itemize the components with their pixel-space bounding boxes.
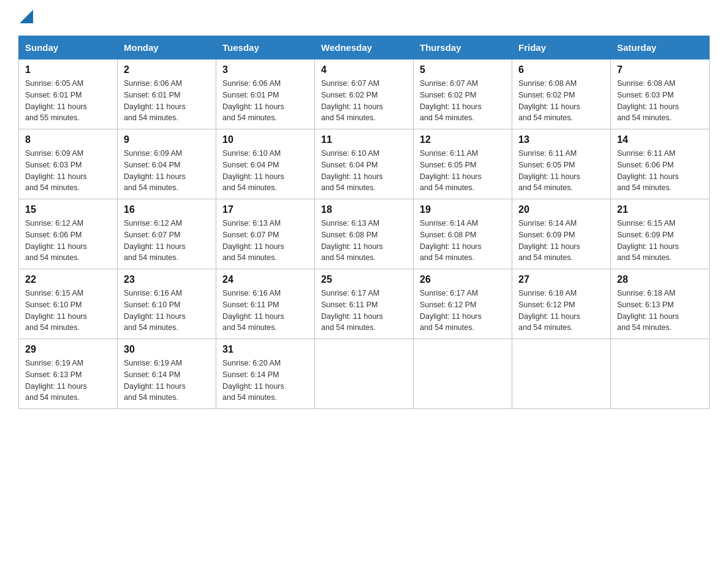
day-info: Sunrise: 6:06 AMSunset: 6:01 PMDaylight:… [124,79,186,122]
day-info: Sunrise: 6:19 AMSunset: 6:13 PMDaylight:… [25,359,87,402]
day-number: 12 [420,134,506,145]
day-number: 21 [617,204,703,215]
day-number: 9 [124,134,210,145]
day-cell: 25 Sunrise: 6:17 AMSunset: 6:11 PMDaylig… [315,269,414,339]
day-cell: 14 Sunrise: 6:11 AMSunset: 6:06 PMDaylig… [611,129,710,199]
day-cell: 18 Sunrise: 6:13 AMSunset: 6:08 PMDaylig… [315,199,414,269]
day-cell: 3 Sunrise: 6:06 AMSunset: 6:01 PMDayligh… [216,59,315,129]
day-info: Sunrise: 6:11 AMSunset: 6:05 PMDaylight:… [420,149,482,192]
day-cell: 22 Sunrise: 6:15 AMSunset: 6:10 PMDaylig… [19,269,118,339]
day-info: Sunrise: 6:09 AMSunset: 6:04 PMDaylight:… [124,149,186,192]
day-cell: 7 Sunrise: 6:08 AMSunset: 6:03 PMDayligh… [611,59,710,129]
day-number: 28 [617,274,703,285]
header-friday: Friday [512,36,611,59]
day-cell: 1 Sunrise: 6:05 AMSunset: 6:01 PMDayligh… [19,59,118,129]
week-row-5: 29 Sunrise: 6:19 AMSunset: 6:13 PMDaylig… [19,339,710,409]
calendar-header-row: SundayMondayTuesdayWednesdayThursdayFrid… [19,36,710,59]
day-cell: 2 Sunrise: 6:06 AMSunset: 6:01 PMDayligh… [118,59,216,129]
day-cell: 16 Sunrise: 6:12 AMSunset: 6:07 PMDaylig… [118,199,216,269]
day-number: 20 [518,204,604,215]
day-number: 27 [518,274,604,285]
day-number: 23 [124,274,210,285]
day-info: Sunrise: 6:17 AMSunset: 6:12 PMDaylight:… [420,289,482,332]
day-info: Sunrise: 6:15 AMSunset: 6:09 PMDaylight:… [617,219,679,262]
day-cell [315,339,414,409]
week-row-4: 22 Sunrise: 6:15 AMSunset: 6:10 PMDaylig… [19,269,710,339]
day-info: Sunrise: 6:12 AMSunset: 6:06 PMDaylight:… [25,219,87,262]
day-info: Sunrise: 6:17 AMSunset: 6:11 PMDaylight:… [321,289,383,332]
day-cell: 20 Sunrise: 6:14 AMSunset: 6:09 PMDaylig… [512,199,611,269]
day-info: Sunrise: 6:20 AMSunset: 6:14 PMDaylight:… [222,359,284,402]
day-cell [611,339,710,409]
day-number: 15 [25,204,111,215]
day-info: Sunrise: 6:13 AMSunset: 6:08 PMDaylight:… [321,219,383,262]
day-cell: 28 Sunrise: 6:18 AMSunset: 6:13 PMDaylig… [611,269,710,339]
day-info: Sunrise: 6:16 AMSunset: 6:11 PMDaylight:… [222,289,284,332]
day-number: 19 [420,204,506,215]
day-cell [512,339,611,409]
day-number: 13 [518,134,604,145]
day-cell: 30 Sunrise: 6:19 AMSunset: 6:14 PMDaylig… [118,339,216,409]
day-cell: 27 Sunrise: 6:18 AMSunset: 6:12 PMDaylig… [512,269,611,339]
day-info: Sunrise: 6:16 AMSunset: 6:10 PMDaylight:… [124,289,186,332]
day-number: 4 [321,64,407,75]
day-cell: 21 Sunrise: 6:15 AMSunset: 6:09 PMDaylig… [611,199,710,269]
day-cell [414,339,512,409]
week-row-3: 15 Sunrise: 6:12 AMSunset: 6:06 PMDaylig… [19,199,710,269]
header-monday: Monday [118,36,216,59]
day-cell: 12 Sunrise: 6:11 AMSunset: 6:05 PMDaylig… [414,129,512,199]
day-number: 24 [222,274,308,285]
day-number: 6 [518,64,604,75]
header-thursday: Thursday [414,36,512,59]
day-number: 7 [617,64,703,75]
day-info: Sunrise: 6:19 AMSunset: 6:14 PMDaylight:… [124,359,186,402]
logo-triangle-icon [20,10,33,23]
day-number: 11 [321,134,407,145]
day-cell: 6 Sunrise: 6:08 AMSunset: 6:02 PMDayligh… [512,59,611,129]
day-info: Sunrise: 6:11 AMSunset: 6:05 PMDaylight:… [518,149,580,192]
day-cell: 4 Sunrise: 6:07 AMSunset: 6:02 PMDayligh… [315,59,414,129]
day-info: Sunrise: 6:07 AMSunset: 6:02 PMDaylight:… [321,79,383,122]
day-info: Sunrise: 6:08 AMSunset: 6:02 PMDaylight:… [518,79,580,122]
header-sunday: Sunday [19,36,118,59]
day-number: 16 [124,204,210,215]
day-cell: 5 Sunrise: 6:07 AMSunset: 6:02 PMDayligh… [414,59,512,129]
day-number: 5 [420,64,506,75]
day-cell: 15 Sunrise: 6:12 AMSunset: 6:06 PMDaylig… [19,199,118,269]
page-header [18,12,710,23]
day-number: 1 [25,64,111,75]
day-info: Sunrise: 6:12 AMSunset: 6:07 PMDaylight:… [124,219,186,262]
day-cell: 13 Sunrise: 6:11 AMSunset: 6:05 PMDaylig… [512,129,611,199]
day-info: Sunrise: 6:06 AMSunset: 6:01 PMDaylight:… [222,79,284,122]
day-info: Sunrise: 6:18 AMSunset: 6:12 PMDaylight:… [518,289,580,332]
day-info: Sunrise: 6:14 AMSunset: 6:08 PMDaylight:… [420,219,482,262]
day-info: Sunrise: 6:11 AMSunset: 6:06 PMDaylight:… [617,149,679,192]
day-number: 31 [222,344,308,355]
day-cell: 10 Sunrise: 6:10 AMSunset: 6:04 PMDaylig… [216,129,315,199]
day-info: Sunrise: 6:10 AMSunset: 6:04 PMDaylight:… [321,149,383,192]
calendar-table: SundayMondayTuesdayWednesdayThursdayFrid… [18,36,710,409]
header-wednesday: Wednesday [315,36,414,59]
day-cell: 31 Sunrise: 6:20 AMSunset: 6:14 PMDaylig… [216,339,315,409]
day-cell: 19 Sunrise: 6:14 AMSunset: 6:08 PMDaylig… [414,199,512,269]
day-number: 29 [25,344,111,355]
day-info: Sunrise: 6:10 AMSunset: 6:04 PMDaylight:… [222,149,284,192]
day-info: Sunrise: 6:15 AMSunset: 6:10 PMDaylight:… [25,289,87,332]
svg-marker-0 [20,10,33,23]
day-info: Sunrise: 6:05 AMSunset: 6:01 PMDaylight:… [25,79,87,122]
day-number: 14 [617,134,703,145]
day-info: Sunrise: 6:07 AMSunset: 6:02 PMDaylight:… [420,79,482,122]
day-info: Sunrise: 6:08 AMSunset: 6:03 PMDaylight:… [617,79,679,122]
day-number: 25 [321,274,407,285]
day-cell: 26 Sunrise: 6:17 AMSunset: 6:12 PMDaylig… [414,269,512,339]
logo [18,12,33,23]
day-number: 30 [124,344,210,355]
week-row-2: 8 Sunrise: 6:09 AMSunset: 6:03 PMDayligh… [19,129,710,199]
day-number: 18 [321,204,407,215]
day-info: Sunrise: 6:13 AMSunset: 6:07 PMDaylight:… [222,219,284,262]
day-number: 22 [25,274,111,285]
day-cell: 11 Sunrise: 6:10 AMSunset: 6:04 PMDaylig… [315,129,414,199]
day-number: 10 [222,134,308,145]
day-cell: 29 Sunrise: 6:19 AMSunset: 6:13 PMDaylig… [19,339,118,409]
day-number: 2 [124,64,210,75]
